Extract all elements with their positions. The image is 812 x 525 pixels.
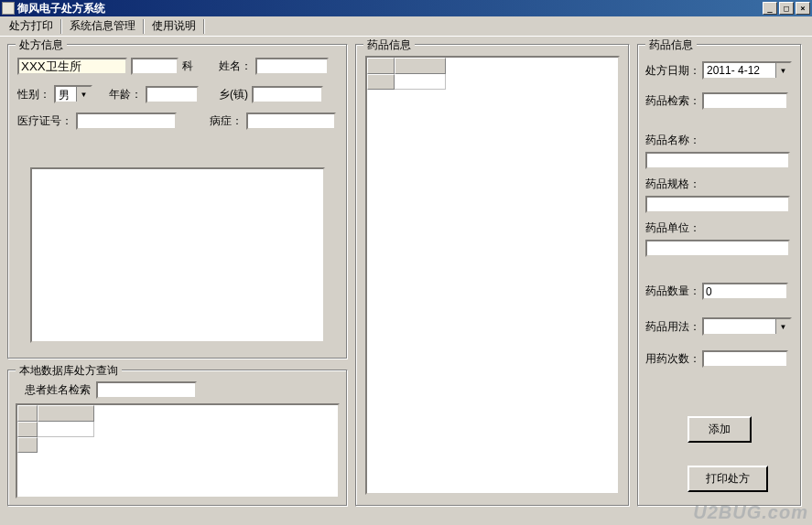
chevron-down-icon: ▼ xyxy=(775,319,790,334)
grid-cell[interactable] xyxy=(38,422,94,437)
med-id-label: 医疗证号： xyxy=(17,113,72,129)
group-title-drug-detail: 药品信息 xyxy=(645,38,697,53)
med-id-field[interactable] xyxy=(76,112,177,130)
titlebar: 御风电子处方系统 _ □ × xyxy=(0,0,812,16)
gender-value: 男 xyxy=(56,87,76,102)
gender-select[interactable]: 男 ▼ xyxy=(54,85,92,103)
drug-qty-field[interactable] xyxy=(702,283,788,300)
menubar: 处方打印 系统信息管理 使用说明 xyxy=(0,16,812,37)
drug-usage-value xyxy=(704,319,775,334)
window-title: 御风电子处方系统 xyxy=(17,1,763,16)
group-title-rx-info: 处方信息 xyxy=(16,38,67,53)
group-local-query: 本地数据库处方查询 患者姓名检索 xyxy=(7,370,348,507)
date-label: 处方日期： xyxy=(645,63,700,79)
menu-separator xyxy=(143,19,145,34)
grid-row-selector[interactable] xyxy=(17,437,38,453)
menu-help[interactable]: 使用说明 xyxy=(146,16,201,36)
gender-label: 性别： xyxy=(17,87,50,102)
drug-name-label: 药品名称： xyxy=(645,133,790,148)
grid-header-cell[interactable] xyxy=(38,405,94,422)
add-button[interactable]: 添加 xyxy=(687,416,752,443)
menu-separator xyxy=(203,19,205,34)
drug-name-field[interactable] xyxy=(645,152,790,169)
watermark: U2BUG.com xyxy=(693,502,808,523)
grid-header-cell[interactable] xyxy=(17,405,38,422)
group-drug-detail: 药品信息 处方日期： 2011- 4-12 ▼ 药品检索： 药品名称： 药品规格… xyxy=(637,44,802,507)
drug-freq-label: 用药次数： xyxy=(645,351,700,367)
group-title-drug-list: 药品信息 xyxy=(363,38,415,53)
drug-spec-label: 药品规格： xyxy=(645,177,790,192)
grid-cell[interactable] xyxy=(395,74,446,90)
menu-separator xyxy=(60,19,62,34)
age-field[interactable] xyxy=(146,86,199,103)
patient-search-field[interactable] xyxy=(96,381,197,399)
name-label: 姓名： xyxy=(219,59,252,74)
drug-search-field[interactable] xyxy=(702,92,788,110)
clinic-field[interactable] xyxy=(17,58,127,75)
group-title-local-query: 本地数据库处方查询 xyxy=(16,363,122,379)
drug-freq-field[interactable] xyxy=(702,350,788,368)
name-field[interactable] xyxy=(255,58,329,75)
town-field[interactable] xyxy=(252,86,323,103)
chevron-down-icon: ▼ xyxy=(76,87,91,102)
dept-label: 科 xyxy=(182,59,193,74)
drug-spec-field[interactable] xyxy=(645,196,790,213)
drug-search-label: 药品检索： xyxy=(645,93,700,109)
date-value: 2011- 4-12 xyxy=(704,63,775,78)
age-label: 年龄： xyxy=(109,87,142,102)
rx-text-area[interactable] xyxy=(30,167,325,343)
patient-search-label: 患者姓名检索 xyxy=(25,382,91,398)
minimize-button[interactable]: _ xyxy=(763,2,777,15)
local-query-grid[interactable] xyxy=(16,403,340,498)
grid-header-cell[interactable] xyxy=(395,58,446,74)
date-picker[interactable]: 2011- 4-12 ▼ xyxy=(702,61,792,80)
menu-print[interactable]: 处方打印 xyxy=(4,16,59,36)
maximize-button[interactable]: □ xyxy=(779,2,794,15)
grid-row-selector[interactable] xyxy=(17,422,38,437)
drug-unit-label: 药品单位： xyxy=(645,220,790,236)
app-icon xyxy=(2,2,15,15)
town-label: 乡(镇) xyxy=(219,87,248,102)
group-rx-info: 处方信息 科 姓名： 性别： 男 ▼ 年龄： 乡(镇) 医疗证号： xyxy=(7,44,348,359)
dept-field[interactable] xyxy=(131,58,179,75)
drug-usage-select[interactable]: ▼ xyxy=(702,317,792,336)
chevron-down-icon: ▼ xyxy=(775,63,790,78)
menu-system-info[interactable]: 系统信息管理 xyxy=(64,16,141,36)
print-button[interactable]: 打印处方 xyxy=(687,466,768,492)
symptom-field[interactable] xyxy=(246,112,336,130)
grid-header-cell[interactable] xyxy=(367,58,395,74)
drug-grid[interactable] xyxy=(365,56,620,495)
close-button[interactable]: × xyxy=(796,2,810,15)
drug-usage-label: 药品用法： xyxy=(645,319,700,335)
drug-qty-label: 药品数量： xyxy=(645,284,700,299)
symptom-label: 病症： xyxy=(210,113,243,129)
grid-row-selector[interactable] xyxy=(367,74,395,90)
drug-unit-field[interactable] xyxy=(645,240,790,257)
group-drug-list: 药品信息 xyxy=(355,44,630,507)
